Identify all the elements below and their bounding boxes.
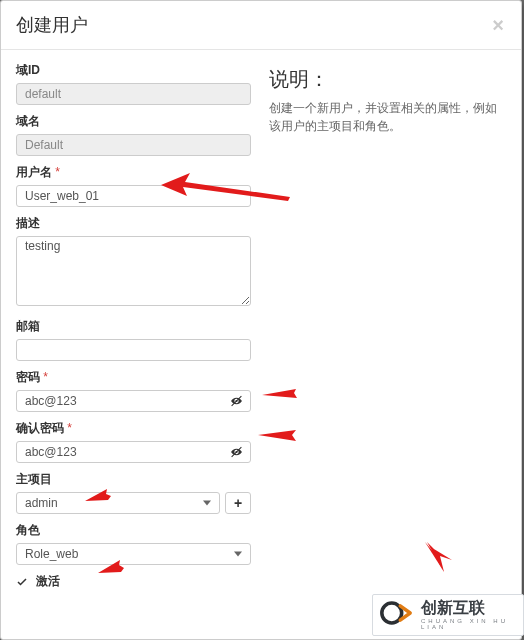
project-select-value: admin (25, 496, 58, 510)
password-label: 密码 * (16, 369, 251, 386)
password-input[interactable] (16, 390, 251, 412)
role-select[interactable]: Role_web (16, 543, 251, 565)
watermark-name: 创新互联 (421, 600, 517, 616)
required-marker: * (43, 370, 48, 384)
domain-name-input (16, 134, 251, 156)
watermark-logo-icon (379, 596, 413, 634)
active-checkbox[interactable]: 激活 (16, 573, 251, 590)
domain-name-label: 域名 (16, 113, 251, 130)
required-marker: * (67, 421, 72, 435)
create-user-modal: 创建用户 × 域ID 域名 用户名 * (0, 0, 522, 640)
modal-title: 创建用户 (16, 13, 490, 37)
project-select[interactable]: admin (16, 492, 220, 514)
email-input[interactable] (16, 339, 251, 361)
role-select-value: Role_web (25, 547, 78, 561)
eye-slash-icon[interactable] (230, 395, 243, 408)
modal-body: 域ID 域名 用户名 * 描述 (1, 50, 521, 608)
check-icon (16, 576, 28, 588)
modal-header: 创建用户 × (1, 1, 521, 50)
project-label: 主项目 (16, 471, 251, 488)
eye-slash-icon[interactable] (230, 446, 243, 459)
role-label: 角色 (16, 522, 251, 539)
description-label: 描述 (16, 215, 251, 232)
description-textarea[interactable] (16, 236, 251, 306)
add-project-button[interactable]: + (225, 492, 251, 514)
description-heading: 说明： (269, 66, 506, 93)
username-label: 用户名 * (16, 164, 251, 181)
close-button[interactable]: × (490, 15, 506, 35)
watermark: 创新互联 CHUANG XIN HU LIAN (372, 594, 524, 636)
description-panel: 说明： 创建一个新用户，并设置相关的属性，例如该用户的主项目和角色。 (269, 62, 506, 590)
username-input[interactable] (16, 185, 251, 207)
description-text: 创建一个新用户，并设置相关的属性，例如该用户的主项目和角色。 (269, 99, 506, 135)
email-label: 邮箱 (16, 318, 251, 335)
confirm-password-label: 确认密码 * (16, 420, 251, 437)
chevron-down-icon (234, 552, 242, 557)
required-marker: * (55, 165, 60, 179)
active-label: 激活 (36, 573, 60, 590)
form-column: 域ID 域名 用户名 * 描述 (16, 62, 251, 590)
chevron-down-icon (203, 501, 211, 506)
domain-id-label: 域ID (16, 62, 251, 79)
confirm-password-input[interactable] (16, 441, 251, 463)
domain-id-input (16, 83, 251, 105)
watermark-pinyin: CHUANG XIN HU LIAN (421, 618, 517, 630)
